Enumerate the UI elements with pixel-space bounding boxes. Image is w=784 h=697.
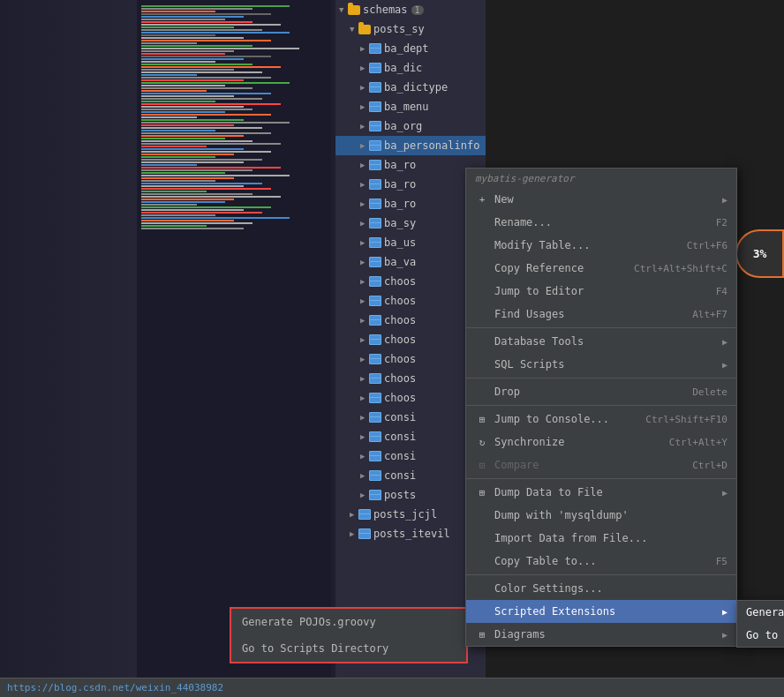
menu-item-find-usages[interactable]: Find Usages Alt+F7 bbox=[466, 303, 736, 326]
folder-icon bbox=[348, 5, 360, 15]
tree-arrow: ▼ bbox=[350, 25, 358, 34]
menu-item-label: Rename... bbox=[494, 216, 707, 229]
tree-arrow: ▶ bbox=[360, 180, 369, 189]
tree-item-label: choos bbox=[384, 334, 416, 346]
file-tree: ▼ schemas 1 ▼ posts_sy ▶ ba_dept ▶ ba_di… bbox=[335, 0, 486, 697]
menu-item-scripted-extensions[interactable]: Scripted Extensions ▶ Generate POJOs.gro… bbox=[466, 600, 736, 623]
menu-item-drop[interactable]: Drop Delete bbox=[466, 380, 736, 403]
table-icon bbox=[369, 237, 381, 248]
menu-item-goto-scripts[interactable]: Go to Scripts Directory bbox=[737, 624, 784, 647]
menu-item-compare[interactable]: ⊡ Compare Ctrl+D bbox=[466, 453, 736, 476]
menu-item-label: Compare bbox=[494, 459, 683, 471]
submenu-arrow: ▶ bbox=[722, 488, 727, 498]
menu-item-dump-data[interactable]: ⊞ Dump Data to File ▶ bbox=[466, 481, 736, 504]
tree-item-choos-2[interactable]: ▶ choos bbox=[335, 291, 486, 311]
menu-item-jump-to-editor[interactable]: Jump to Editor F4 bbox=[466, 280, 736, 303]
menu-section-label: mybatis-generator bbox=[475, 173, 575, 184]
tree-item-posts[interactable]: ▶ posts bbox=[335, 485, 486, 505]
tree-item-ba-personalinfo[interactable]: ▶ ba_personalinfo bbox=[335, 136, 486, 155]
tree-item-ba-va[interactable]: ▶ ba_va bbox=[335, 252, 486, 272]
menu-shortcut: F5 bbox=[716, 556, 727, 567]
menu-item-synchronize[interactable]: ↻ Synchronize Ctrl+Alt+Y bbox=[466, 431, 736, 453]
menu-item-copy-reference[interactable]: Copy Reference Ctrl+Alt+Shift+C bbox=[466, 257, 736, 280]
tree-item-choos-5[interactable]: ▶ choos bbox=[335, 349, 486, 369]
tree-arrow: ▶ bbox=[360, 64, 369, 72]
copy-table-icon bbox=[475, 554, 489, 568]
tree-item-ba-ro-2[interactable]: ▶ ba_ro bbox=[335, 175, 486, 194]
menu-item-sql-scripts[interactable]: SQL Scripts ▶ bbox=[466, 353, 736, 376]
menu-item-modify-table[interactable]: Modify Table... Ctrl+F6 bbox=[466, 234, 736, 257]
tree-item-consi-2[interactable]: ▶ consi bbox=[335, 427, 486, 446]
menu-item-diagrams[interactable]: ⊞ Diagrams ▶ bbox=[466, 623, 736, 646]
tree-item-ba-sy[interactable]: ▶ ba_sy bbox=[335, 214, 486, 233]
table-icon bbox=[369, 82, 381, 93]
tree-item-ba-dic[interactable]: ▶ ba_dic bbox=[335, 58, 486, 78]
jump-icon bbox=[475, 284, 489, 298]
tree-arrow: ▶ bbox=[360, 335, 369, 344]
tree-item-label: ba_dic bbox=[384, 62, 422, 74]
tree-item-ba-org[interactable]: ▶ ba_org bbox=[335, 116, 486, 136]
schemas-label: schemas bbox=[363, 4, 408, 16]
generate-pojos-item[interactable]: Generate POJOs.groovy bbox=[231, 609, 466, 635]
tree-item-label: consi bbox=[384, 450, 416, 462]
menu-shortcut: Ctrl+Alt+Y bbox=[669, 437, 727, 448]
tree-item-choos-7[interactable]: ▶ choos bbox=[335, 388, 486, 408]
tree-item-choos-3[interactable]: ▶ choos bbox=[335, 311, 486, 330]
tree-item-consi-1[interactable]: ▶ consi bbox=[335, 408, 486, 427]
schemas-header[interactable]: ▼ schemas 1 bbox=[335, 0, 486, 19]
table-icon bbox=[369, 470, 381, 481]
menu-item-color-settings[interactable]: Color Settings... bbox=[466, 577, 736, 600]
tree-item-ba-dictype[interactable]: ▶ ba_dictype bbox=[335, 78, 486, 97]
tree-item-ba-us[interactable]: ▶ ba_us bbox=[335, 233, 486, 252]
console-icon: ⊞ bbox=[475, 412, 489, 426]
menu-item-generate-pojos[interactable]: Generate POJOs.groovy bbox=[737, 601, 784, 624]
menu-separator bbox=[466, 405, 736, 406]
menu-item-jump-to-console[interactable]: ⊞ Jump to Console... Ctrl+Shift+F10 bbox=[466, 408, 736, 431]
tree-arrow: ▼ bbox=[339, 5, 348, 14]
tree-item-label: ba_ro bbox=[384, 159, 416, 171]
tree-item-posts-jcjl[interactable]: ▶ posts_jcjl bbox=[335, 505, 486, 524]
goto-scripts-item[interactable]: Go to Scripts Directory bbox=[231, 635, 466, 662]
tree-item-choos-6[interactable]: ▶ choos bbox=[335, 369, 486, 388]
menu-item-copy-table[interactable]: Copy Table to... F5 bbox=[466, 550, 736, 573]
diagrams-icon: ⊞ bbox=[475, 627, 489, 641]
tree-item-consi-4[interactable]: ▶ consi bbox=[335, 466, 486, 485]
tree-item-posts-sy[interactable]: ▼ posts_sy bbox=[335, 19, 486, 39]
menu-item-rename[interactable]: Rename... F2 bbox=[466, 211, 736, 234]
tree-item-posts-itevil[interactable]: ▶ posts_itevil bbox=[335, 524, 486, 543]
rename-icon bbox=[475, 215, 489, 229]
menu-item-import-data[interactable]: Import Data from File... bbox=[466, 527, 736, 550]
generate-pojos-label: Generate POJOs.groovy bbox=[242, 616, 376, 628]
tree-arrow: ▶ bbox=[360, 122, 369, 131]
tree-arrow: ▶ bbox=[360, 219, 369, 228]
submenu-arrow: ▶ bbox=[722, 195, 727, 205]
menu-item-label: Color Settings... bbox=[494, 582, 727, 595]
tree-item-choos-4[interactable]: ▶ choos bbox=[335, 330, 486, 349]
menu-item-label: Generate POJOs.groovy bbox=[746, 606, 784, 618]
url-link[interactable]: https://blog.csdn.net/weixin_44038982 bbox=[7, 682, 223, 693]
menu-item-database-tools[interactable]: Database Tools ▶ bbox=[466, 330, 736, 353]
new-icon: + bbox=[475, 192, 489, 206]
tree-item-ba-ro-3[interactable]: ▶ ba_ro bbox=[335, 194, 486, 214]
tree-item-choos-1[interactable]: ▶ choos bbox=[335, 272, 486, 291]
tree-arrow: ▶ bbox=[360, 452, 369, 461]
menu-shortcut: Ctrl+Shift+F10 bbox=[645, 414, 727, 425]
menu-item-dump-mysqldump[interactable]: Dump with 'mysqldump' bbox=[466, 504, 736, 527]
table-icon bbox=[369, 43, 381, 54]
code-editor: me: "Reposit Path, fileNa me: "Service e… bbox=[0, 0, 335, 697]
tree-item-ba-menu[interactable]: ▶ ba_menu bbox=[335, 97, 486, 116]
tree-item-ba-dept[interactable]: ▶ ba_dept bbox=[335, 39, 486, 58]
menu-item-new[interactable]: + New ▶ bbox=[466, 188, 736, 211]
menu-item-label: Drop bbox=[494, 386, 683, 398]
tree-item-label: choos bbox=[384, 353, 416, 365]
tree-arrow: ▶ bbox=[360, 238, 369, 247]
table-icon bbox=[369, 218, 381, 229]
dump-icon: ⊞ bbox=[475, 485, 489, 499]
tree-item-label: posts_jcjl bbox=[373, 508, 437, 521]
tree-item-consi-3[interactable]: ▶ consi bbox=[335, 446, 486, 466]
table-icon bbox=[369, 393, 381, 403]
bottom-bar: https://blog.csdn.net/weixin_44038982 bbox=[0, 678, 784, 697]
tree-item-ba-ro-1[interactable]: ▶ ba_ro bbox=[335, 155, 486, 175]
menu-item-label: Dump Data to File bbox=[494, 486, 718, 498]
scripted-extensions-submenu: Generate POJOs.groovy Go to Scripts Dire… bbox=[736, 600, 784, 648]
